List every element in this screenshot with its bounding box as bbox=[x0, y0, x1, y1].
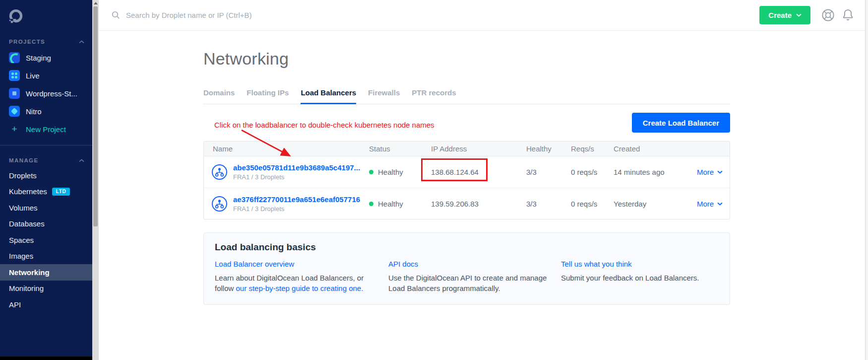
do-logo-icon bbox=[7, 8, 24, 25]
load-balancer-table: Name Status IP Address Healthy Reqs/s Cr… bbox=[203, 141, 730, 219]
sidebar-item-kubernetes[interactable]: Kubernetes LTD bbox=[0, 184, 92, 200]
page-title: Networking bbox=[203, 49, 730, 69]
basics-col-feedback: Tell us what you think Submit your feedb… bbox=[561, 260, 719, 293]
tab-label: Load Balancers bbox=[301, 88, 356, 97]
healthy-count: 3/3 bbox=[526, 200, 571, 208]
lb-name-link[interactable]: abe350e05781d11e9b3689a5c4197... bbox=[233, 163, 360, 172]
created-time: Yesterday bbox=[614, 200, 697, 208]
networking-page: Networking Domains Floating IPs Load Bal… bbox=[99, 31, 730, 305]
load-balancer-icon bbox=[211, 196, 228, 212]
tab-label: PTR records bbox=[412, 88, 456, 97]
project-label: Nitro bbox=[26, 107, 42, 116]
project-nitro-icon bbox=[9, 106, 20, 117]
manage-label: Images bbox=[9, 252, 33, 260]
load-balancer-overview-link[interactable]: Load Balancer overview bbox=[215, 260, 294, 268]
more-menu-button[interactable]: More bbox=[697, 200, 730, 208]
sidebar-scrollbar[interactable] bbox=[92, 0, 99, 360]
create-button-label: Create bbox=[768, 11, 792, 19]
tab-load-balancers[interactable]: Load Balancers bbox=[301, 88, 356, 104]
status-dot-icon bbox=[369, 170, 373, 174]
top-bar: Create bbox=[99, 0, 865, 31]
chevron-up-icon bbox=[79, 40, 84, 44]
column-header-healthy: Healthy bbox=[526, 144, 571, 153]
topbar-icons bbox=[821, 8, 854, 22]
project-label: Staging bbox=[26, 54, 51, 62]
basics-col-api: API docs Use the DigitalOcean API to cre… bbox=[388, 260, 561, 293]
status-dot-icon bbox=[369, 202, 373, 206]
projects-section-header[interactable]: PROJECTS bbox=[0, 39, 92, 45]
column-header-reqs: Reqs/s bbox=[571, 144, 614, 153]
feedback-link[interactable]: Tell us what you think bbox=[561, 260, 632, 268]
search-bar[interactable] bbox=[112, 11, 759, 19]
more-label: More bbox=[697, 200, 714, 208]
sidebar-item-nitro[interactable]: Nitro bbox=[0, 102, 92, 120]
create-button[interactable]: Create bbox=[759, 6, 810, 24]
scrollbar-thumb[interactable] bbox=[93, 6, 98, 226]
tab-firewalls[interactable]: Firewalls bbox=[368, 88, 400, 104]
sidebar-item-wordpress[interactable]: Wordpress-St... bbox=[0, 84, 92, 102]
column-header-status: Status bbox=[369, 144, 431, 153]
chevron-down-icon bbox=[717, 202, 723, 206]
load-balancer-icon bbox=[211, 164, 228, 180]
manage-section-header[interactable]: MANAGE bbox=[0, 157, 92, 163]
basics-text: Use the DigitalOcean API to create and m… bbox=[388, 273, 547, 293]
lb-region-droplets: FRA1 / 3 Droplets bbox=[233, 173, 360, 181]
notifications-button[interactable] bbox=[842, 8, 854, 22]
sidebar-bottom-strip bbox=[0, 357, 92, 360]
table-row[interactable]: ae376ff22770011e9a651e6eaf057716 FRA1 / … bbox=[204, 188, 730, 219]
status-label: Healthy bbox=[378, 168, 403, 176]
manage-label: Spaces bbox=[9, 236, 34, 244]
chevron-down-icon bbox=[796, 13, 802, 17]
sidebar-item-networking[interactable]: Networking bbox=[0, 264, 92, 281]
help-icon bbox=[821, 8, 835, 22]
ltd-badge: LTD bbox=[52, 188, 70, 196]
ip-address: 139.59.206.83 bbox=[431, 200, 526, 208]
digitalocean-logo[interactable] bbox=[0, 0, 92, 27]
tab-floating-ips[interactable]: Floating IPs bbox=[247, 88, 289, 104]
table-row[interactable]: abe350e05781d11e9b3689a5c4197... FRA1 / … bbox=[204, 156, 730, 188]
manage-label: Droplets bbox=[9, 171, 37, 180]
new-project-label: New Project bbox=[26, 125, 66, 134]
ip-address: 138.68.124.64 bbox=[431, 168, 526, 176]
new-project-button[interactable]: + New Project bbox=[0, 120, 92, 138]
column-header-created: Created bbox=[614, 144, 697, 153]
tab-ptr-records[interactable]: PTR records bbox=[412, 88, 456, 104]
sidebar: PROJECTS Staging Live Wordpress-St... Ni… bbox=[0, 0, 92, 360]
sidebar-item-staging[interactable]: Staging bbox=[0, 49, 92, 67]
sidebar-item-droplets[interactable]: Droplets bbox=[0, 167, 92, 184]
search-input[interactable] bbox=[126, 11, 334, 19]
sidebar-item-volumes[interactable]: Volumes bbox=[0, 200, 92, 216]
api-docs-link[interactable]: API docs bbox=[388, 260, 418, 268]
search-icon bbox=[112, 11, 120, 19]
sidebar-item-databases[interactable]: Databases bbox=[0, 216, 92, 232]
tab-domains[interactable]: Domains bbox=[203, 88, 235, 104]
reqs-per-sec: 0 reqs/s bbox=[571, 200, 614, 208]
load-balancing-basics-card: Load balancing basics Load Balancer over… bbox=[203, 232, 730, 305]
step-by-step-guide-link[interactable]: our step-by-step guide to creating one. bbox=[236, 284, 364, 292]
column-header-name: Name bbox=[204, 144, 369, 153]
tab-label: Firewalls bbox=[368, 88, 400, 97]
manage-header-label: MANAGE bbox=[9, 157, 39, 163]
lb-name-link[interactable]: ae376ff22770011e9a651e6eaf057716 bbox=[233, 195, 360, 204]
annotation-note: Click on the loadbalancer to double-chec… bbox=[214, 121, 434, 129]
manage-label: Kubernetes bbox=[9, 187, 47, 196]
window-scrollbar[interactable] bbox=[865, 0, 868, 360]
column-header-ip: IP Address bbox=[431, 144, 526, 153]
sidebar-item-spaces[interactable]: Spaces bbox=[0, 232, 92, 248]
more-label: More bbox=[697, 168, 714, 176]
basics-col-overview: Load Balancer overview Learn about Digit… bbox=[215, 260, 388, 293]
help-button[interactable] bbox=[821, 8, 835, 22]
more-menu-button[interactable]: More bbox=[697, 168, 730, 176]
manage-label: Volumes bbox=[9, 204, 38, 212]
sidebar-item-monitoring[interactable]: Monitoring bbox=[0, 281, 92, 297]
sidebar-item-api[interactable]: API bbox=[0, 296, 92, 313]
tab-bar: Domains Floating IPs Load Balancers Fire… bbox=[203, 88, 730, 104]
project-live-icon bbox=[9, 70, 20, 81]
table-header-row: Name Status IP Address Healthy Reqs/s Cr… bbox=[204, 142, 730, 156]
create-load-balancer-button[interactable]: Create Load Balancer bbox=[632, 113, 730, 133]
tab-label: Floating IPs bbox=[247, 88, 289, 97]
scroll-up-arrow-icon[interactable] bbox=[94, 2, 98, 4]
sidebar-item-images[interactable]: Images bbox=[0, 248, 92, 265]
sidebar-item-live[interactable]: Live bbox=[0, 67, 92, 84]
status-label: Healthy bbox=[378, 200, 403, 208]
